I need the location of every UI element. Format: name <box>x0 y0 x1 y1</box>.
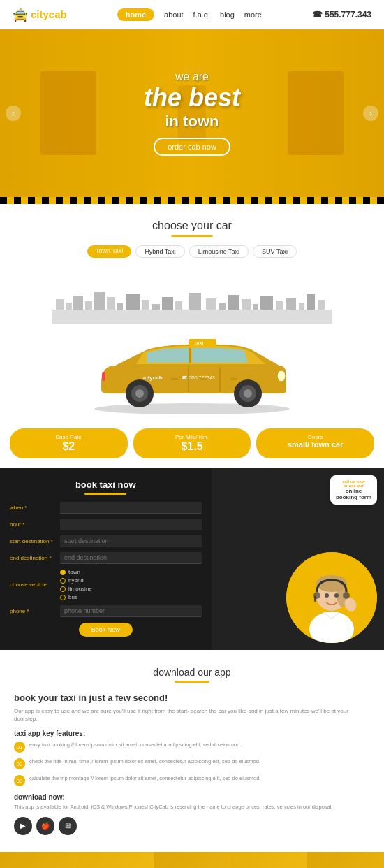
svg-rect-4 <box>85 301 92 310</box>
ios-store-btn[interactable]: 🍎 <box>36 817 54 835</box>
feature-text-1: easy taxi booking // lorem ipsum dolor s… <box>29 742 241 749</box>
svg-text:TAXI: TAXI <box>194 341 204 345</box>
hour-input[interactable] <box>60 519 202 530</box>
hour-label: hour * <box>10 521 60 528</box>
nav-home-btn[interactable]: home <box>117 8 154 21</box>
svg-point-33 <box>135 389 144 398</box>
end-destination-input[interactable] <box>60 552 202 564</box>
nav-links: home about f.a.q. blog more <box>117 8 262 21</box>
car-tabs: Town Taxi Hybrid Taxi Limousine Taxi SUV… <box>11 245 373 258</box>
car-display: citycab ☎ 555.777343 TAXI <box>0 275 384 421</box>
hero-taxi-left <box>40 71 96 155</box>
download-now-desc: This app is available for Android, iOS &… <box>14 804 370 811</box>
hero-taxi-right <box>288 71 344 155</box>
car-stats: Base Rate $2 Per Mile/ Km. $1.5 Doors sm… <box>0 421 384 468</box>
svg-point-25 <box>94 403 290 414</box>
form-row-start: start destination * <box>10 535 202 547</box>
windows-store-btn[interactable]: ⊞ <box>59 817 77 835</box>
feature-num-3: 03 <box>14 775 25 786</box>
svg-rect-1 <box>56 299 64 310</box>
person-1 <box>0 852 77 868</box>
person-2 <box>77 852 154 868</box>
radio-hybrid-dot <box>60 578 66 584</box>
radio-limousine[interactable]: limousine <box>60 586 92 592</box>
stat-per-mile-label: Per Mile/ Km. <box>140 434 244 440</box>
nav-blog[interactable]: blog <box>220 10 235 19</box>
form-row-end: end destination * <box>10 552 202 564</box>
book-form-title: book taxi now <box>10 479 202 490</box>
feature-num-2: 02 <box>14 758 25 769</box>
city-skyline <box>0 282 384 324</box>
nav-more[interactable]: more <box>244 10 262 19</box>
taxi-car-svg: citycab ☎ 555.777343 TAXI <box>80 324 304 414</box>
svg-point-50 <box>334 593 339 598</box>
svg-point-36 <box>244 389 252 398</box>
svg-rect-12 <box>175 301 182 310</box>
phone-input[interactable] <box>60 605 202 617</box>
svg-rect-11 <box>162 297 173 310</box>
book-now-button[interactable]: Book Now <box>79 623 133 637</box>
svg-rect-7 <box>117 303 123 310</box>
book-form: book taxi now when * hour * start destin… <box>0 468 212 650</box>
order-cab-button[interactable]: order cab now <box>154 138 230 156</box>
form-row-vehicle: choose vehicle town hybrid limousine bus <box>10 569 202 600</box>
people-row <box>0 852 384 868</box>
agent-svg <box>286 552 377 643</box>
svg-point-49 <box>325 593 329 598</box>
form-row-phone: phone * <box>10 605 202 617</box>
stat-per-mile: Per Mile/ Km. $1.5 <box>133 428 251 458</box>
when-input[interactable] <box>60 502 202 514</box>
testimonials-section: testimonials CityCab is my favorite taxi… <box>0 852 384 868</box>
svg-rect-23 <box>307 294 315 310</box>
tab-limousine-taxi[interactable]: Limousine Taxi <box>189 245 249 258</box>
radio-hybrid[interactable]: hybrid <box>60 577 92 584</box>
logo-icon: 🚖 <box>13 7 28 22</box>
person-3 <box>154 852 230 868</box>
radio-bus-dot <box>60 595 66 600</box>
start-label: start destination * <box>10 538 60 544</box>
app-content: book your taxi in just a few second! Our… <box>14 693 370 835</box>
store-buttons: ▶ 🍎 ⊞ <box>14 817 370 835</box>
radio-bus[interactable]: bus <box>60 594 92 600</box>
svg-rect-15 <box>219 303 226 310</box>
svg-point-54 <box>343 592 350 599</box>
tab-suv-taxi[interactable]: SUV Taxi <box>253 245 297 258</box>
stat-per-mile-value: $1.5 <box>140 440 244 453</box>
tab-hybrid-taxi[interactable]: Hybrid Taxi <box>135 245 184 258</box>
svg-rect-2 <box>66 303 72 310</box>
choose-car-section: choose your car Town Taxi Hybrid Taxi Li… <box>0 204 384 275</box>
app-description: Our app is easy to use and we are sure y… <box>14 707 370 723</box>
svg-rect-42 <box>200 378 207 380</box>
hero-line1: we are <box>144 71 240 83</box>
tab-town-taxi[interactable]: Town Taxi <box>87 245 131 258</box>
svg-rect-16 <box>228 295 239 310</box>
hero-prev-arrow[interactable]: ‹ <box>6 106 21 121</box>
form-row-hour: hour * <box>10 519 202 530</box>
svg-rect-19 <box>260 296 273 310</box>
hero-section: we are the best in town order cab now ‹ … <box>0 29 384 197</box>
svg-rect-21 <box>286 298 296 310</box>
hero-next-arrow[interactable]: › <box>363 106 378 121</box>
car-container: citycab ☎ 555.777343 TAXI <box>0 324 384 421</box>
svg-rect-18 <box>253 304 258 310</box>
hero-content: we are the best in town order cab now <box>144 71 240 156</box>
phone-number[interactable]: ☎ 555.777.343 <box>312 10 371 20</box>
svg-text:citycab: citycab <box>143 375 163 381</box>
nav-about[interactable]: about <box>164 10 184 19</box>
radio-town-dot <box>60 570 66 575</box>
radio-town[interactable]: town <box>60 569 92 575</box>
svg-rect-8 <box>126 294 140 310</box>
form-row-when: when * <box>10 502 202 514</box>
feature-item-2: 02 check the ride in real time // lorem … <box>14 758 370 769</box>
start-destination-input[interactable] <box>60 535 202 547</box>
logo[interactable]: 🚖 citycab <box>13 7 67 22</box>
stat-base-rate-label: Base Rate <box>17 434 121 440</box>
svg-rect-14 <box>206 298 216 310</box>
call-bubble-line3: online <box>336 488 371 494</box>
download-now: download now: This app is available for … <box>14 793 370 835</box>
android-store-btn[interactable]: ▶ <box>14 817 32 835</box>
svg-rect-10 <box>152 304 160 310</box>
nav-faq[interactable]: f.a.q. <box>193 10 210 19</box>
title-underline <box>171 235 213 237</box>
call-bubble-line4: booking form <box>336 494 371 500</box>
